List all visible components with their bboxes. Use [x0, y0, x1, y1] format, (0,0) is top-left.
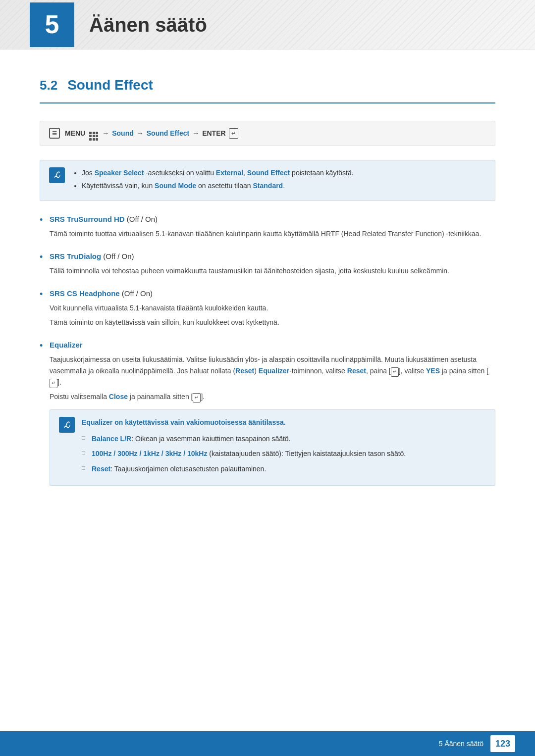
page-footer: 5 Äänen säätö 123 [0, 731, 535, 756]
menu-icon: ☰ [49, 128, 60, 139]
page-number: 123 [490, 735, 515, 752]
feature-item-equalizer: Equalizer Taajuuskorjaimessa on useita l… [40, 339, 495, 486]
enter-label: ENTER [202, 128, 225, 139]
feature-title-equalizer: Equalizer [50, 341, 83, 349]
sub-note-reset: Reset: Taajuuskorjaimen oletusasetusten … [82, 463, 406, 474]
feature-title-srs-headphone: SRS CS Headphone [50, 289, 120, 298]
note-icon-1: ℒ [49, 167, 65, 183]
feature-desc-equalizer-2: Poistu valitsemalla Close ja painamalla … [50, 391, 495, 403]
feature-title-suffix-3: (Off / On) [122, 289, 153, 298]
note-bullet-1: Jos Speaker Select -asetukseksi on valit… [82, 167, 486, 178]
section-number: 5.2 [40, 75, 57, 96]
menu-item-sound-effect: Sound Effect [147, 128, 189, 139]
note-content-2: Equalizer on käytettävissä vain vakiomuo… [82, 417, 406, 478]
grid-icon [89, 132, 98, 141]
chapter-number: 5 [30, 2, 74, 47]
note-content-1: Jos Speaker Select -asetukseksi on valit… [72, 167, 486, 194]
note-bullet-2: Käytettävissä vain, kun Sound Mode on as… [82, 180, 486, 191]
section-heading: 5.2 Sound Effect [40, 74, 495, 103]
main-content: 5.2 Sound Effect ☰ MENU → Sound → Sound … [0, 50, 535, 536]
section-title: Sound Effect [67, 74, 153, 97]
menu-item-sound: Sound [112, 128, 134, 139]
feature-item-srs-headphone: SRS CS Headphone (Off / On) Voit kuunnel… [40, 288, 495, 328]
feature-item-srs-trusurround: SRS TruSurround HD (Off / On) Tämä toimi… [40, 213, 495, 240]
feature-desc-srs-trusurround: Tämä toiminto tuottaa virtuaalisen 5.1-k… [50, 228, 495, 240]
menu-path: ☰ MENU → Sound → Sound Effect → ENTER ↵ [40, 121, 495, 146]
menu-grid-icon-wrapper [88, 126, 99, 141]
note-box-2: ℒ Equalizer on käytettävissä vain vakiom… [50, 409, 495, 486]
sub-note-list: Balance L/R: Oikean ja vasemman kaiuttim… [82, 433, 406, 474]
feature-title-srs-trusurround: SRS TruSurround HD [50, 215, 125, 223]
feature-desc-srs-trudialog: Tällä toiminnolla voi tehostaa puheen vo… [50, 265, 495, 277]
arrow-2: → [137, 128, 144, 139]
feature-desc-srs-headphone-2: Tämä toiminto on käytettävissä vain sill… [50, 317, 495, 328]
enter-icon: ↵ [229, 128, 238, 139]
note-box-1: ℒ Jos Speaker Select -asetukseksi on val… [40, 160, 495, 201]
note-icon-2: ℒ [59, 417, 75, 433]
feature-desc-srs-headphone-1: Voit kuunnella virtuaalista 5.1-kanavais… [50, 302, 495, 314]
sub-note-hz: 100Hz / 300Hz / 1kHz / 3kHz / 10kHz (kai… [82, 448, 406, 459]
chapter-title: Äänen säätö [89, 9, 207, 41]
feature-title-suffix-1: (Off / On) [127, 215, 158, 223]
feature-desc-equalizer-1: Taajuuskorjaimessa on useita liukusäätim… [50, 354, 495, 388]
feature-title-suffix-2: (Off / On) [103, 252, 134, 260]
arrow-1: → [102, 128, 109, 139]
menu-label: MENU [65, 128, 85, 139]
note-heading-2: Equalizer on käytettävissä vain vakiomuo… [82, 417, 406, 428]
footer-text: 5 Äänen säätö [439, 738, 483, 749]
feature-title-srs-trudialog: SRS TruDialog [50, 252, 101, 260]
sub-note-balance: Balance L/R: Oikean ja vasemman kaiuttim… [82, 433, 406, 444]
arrow-3: → [192, 128, 199, 139]
page-header: 5 Äänen säätö [0, 0, 535, 50]
feature-list: SRS TruSurround HD (Off / On) Tämä toimi… [40, 213, 495, 486]
feature-item-srs-trudialog: SRS TruDialog (Off / On) Tällä toiminnol… [40, 251, 495, 277]
